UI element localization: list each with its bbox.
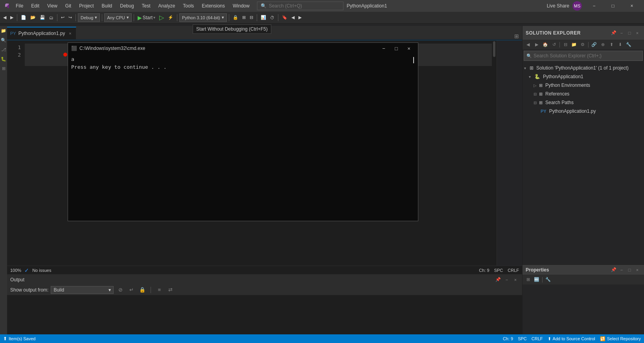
save-btn[interactable]: 💾	[38, 13, 47, 22]
search-activity-icon[interactable]: 🔍	[0, 37, 7, 43]
se-move-up-btn[interactable]: ⬆	[607, 41, 615, 49]
debug-config-dropdown[interactable]: Debug ▾	[78, 13, 100, 22]
debug-activity-icon[interactable]: 🐛	[0, 56, 7, 62]
extension-manager-btn[interactable]: 🔒	[231, 13, 240, 22]
menu-tools[interactable]: Tools	[180, 3, 196, 9]
status-line-ending[interactable]: CRLF	[532, 336, 543, 341]
save-all-btn[interactable]: 🗂	[48, 13, 55, 22]
output-close-btn[interactable]: ×	[512, 276, 519, 283]
add-to-source-control-btn[interactable]: ⬆ Add to Source Control	[548, 336, 595, 341]
prop-close-btn[interactable]: ×	[634, 266, 641, 273]
window-layout-btn[interactable]: ⊞	[241, 13, 247, 22]
menu-file[interactable]: File	[13, 3, 26, 9]
se-close-btn[interactable]: ×	[634, 29, 641, 37]
back-btn[interactable]: ◀	[2, 13, 8, 22]
profiler-btn[interactable]: ⏱	[269, 13, 276, 22]
se-maximize-btn[interactable]: □	[626, 29, 633, 37]
cmd-maximize-btn[interactable]: □	[390, 44, 402, 53]
redo-btn[interactable]: ↪	[67, 13, 74, 22]
se-back-btn[interactable]: ◀	[524, 41, 532, 49]
python-version-dropdown[interactable]: Python 3.10 (64-bit) ▾	[179, 13, 227, 22]
output-lock-btn[interactable]: 🔒	[138, 286, 147, 294]
no-issues-label[interactable]: No issues	[32, 268, 51, 273]
tab-python-file[interactable]: PY PythonApplication1.py ×	[7, 27, 76, 39]
global-search-input[interactable]	[269, 3, 340, 9]
se-collapse-btn[interactable]: ⊟	[561, 41, 569, 49]
maximize-button[interactable]: □	[604, 0, 622, 12]
explorer-icon[interactable]: 📁	[0, 28, 7, 34]
menu-analyze[interactable]: Analyze	[156, 3, 178, 9]
output-wrap-btn[interactable]: ↵	[127, 286, 136, 294]
live-share-label[interactable]: Live Share	[547, 3, 569, 9]
tree-references[interactable]: ⊟ ⊞ References	[523, 90, 644, 98]
cmd-close-btn[interactable]: ×	[403, 44, 415, 53]
tab-close-btn[interactable]: ×	[67, 31, 73, 36]
se-home-btn[interactable]: 🏠	[541, 41, 549, 49]
se-wrench-btn[interactable]: 🔧	[625, 41, 633, 49]
prop-alphabetical-btn[interactable]: 🔤	[533, 276, 541, 284]
tree-main-file[interactable]: PY PythonApplication1.py	[523, 107, 644, 116]
se-scope-btn[interactable]: ⊕	[599, 41, 607, 49]
prop-settings-btn[interactable]: 🔧	[544, 276, 552, 284]
extensions-icon[interactable]: ⊞	[0, 65, 7, 72]
prop-minimize-btn[interactable]: −	[618, 266, 625, 273]
se-forward-btn[interactable]: ▶	[533, 41, 541, 49]
new-file-btn[interactable]: 📄	[19, 13, 28, 22]
output-source-dropdown[interactable]: Build ▾	[51, 286, 114, 294]
output-wrap2-btn[interactable]: ⇄	[166, 286, 175, 294]
user-avatar[interactable]: MS	[572, 1, 582, 11]
output-pin-btn[interactable]: 📌	[495, 276, 502, 283]
se-minimize-btn[interactable]: −	[618, 29, 625, 37]
menu-edit[interactable]: Edit	[29, 3, 42, 9]
cmd-minimize-btn[interactable]: −	[378, 44, 390, 53]
status-encoding[interactable]: SPC	[518, 336, 527, 341]
minimize-button[interactable]: −	[585, 0, 603, 12]
tree-project[interactable]: ▾ 🐍 PythonApplication1	[523, 72, 644, 81]
menu-build[interactable]: Build	[99, 3, 115, 9]
close-button[interactable]: ×	[623, 0, 641, 12]
nav-prev-btn[interactable]: ◀	[290, 13, 296, 22]
menu-view[interactable]: View	[45, 3, 60, 9]
tree-python-environments[interactable]: ▷ ⊞ Python Environments	[523, 81, 644, 90]
line-ending-label[interactable]: CRLF	[508, 268, 519, 273]
se-showfiles-btn[interactable]: 📁	[570, 41, 578, 49]
prop-pin-btn[interactable]: 📌	[610, 266, 617, 273]
platform-dropdown[interactable]: Any CPU ▾	[104, 13, 131, 22]
performance-btn[interactable]: 📊	[259, 13, 268, 22]
output-indent-btn[interactable]: ≡	[155, 286, 164, 294]
se-pin-btn[interactable]: 📌	[610, 29, 617, 37]
menu-extensions[interactable]: Extensions	[199, 3, 227, 9]
split-view-btn[interactable]: ⊟	[248, 13, 255, 22]
start-without-debug-btn[interactable]: ▷	[158, 13, 166, 22]
source-control-icon[interactable]: ⎇	[0, 46, 7, 53]
select-repository-btn[interactable]: 🔁 Select Repository	[600, 336, 641, 341]
output-minimize-btn[interactable]: −	[503, 276, 510, 283]
zoom-level[interactable]: 100%	[10, 268, 21, 273]
menu-window[interactable]: Window	[230, 3, 252, 9]
attach-btn[interactable]: ⚡	[166, 13, 175, 22]
start-button[interactable]: ▶ Start ▾	[136, 13, 157, 22]
editor-vscroll[interactable]	[492, 40, 497, 266]
tree-search-paths[interactable]: ⊟ ⊞ Search Paths	[523, 98, 644, 107]
prop-maximize-btn[interactable]: □	[626, 266, 633, 273]
split-editor-btn[interactable]: ⊞	[514, 33, 519, 39]
cmd-content[interactable]: a Press any key to continue . . .	[68, 54, 418, 221]
se-search-input[interactable]	[534, 53, 640, 59]
forward-btn[interactable]: ▶	[9, 13, 15, 22]
se-settings-btn[interactable]: ⚙	[579, 41, 587, 49]
se-move-down-btn[interactable]: ⬇	[616, 41, 624, 49]
undo-btn[interactable]: ↩	[59, 13, 66, 22]
menu-git[interactable]: Git	[63, 3, 74, 9]
bookmark-btn[interactable]: 🔖	[280, 13, 289, 22]
se-refresh-btn[interactable]: ↺	[550, 41, 558, 49]
menu-project[interactable]: Project	[77, 3, 96, 9]
open-file-btn[interactable]: 📂	[29, 13, 37, 22]
output-clear-btn[interactable]: ⊘	[116, 286, 125, 294]
nav-next-btn[interactable]: ▶	[297, 13, 303, 22]
menu-test[interactable]: Test	[140, 3, 153, 9]
se-filter-btn[interactable]: 🔗	[590, 41, 598, 49]
menu-debug[interactable]: Debug	[118, 3, 136, 9]
tree-solution[interactable]: ▾ ⊞ Solution 'PythonApplication1' (1 of …	[523, 64, 644, 72]
prop-categories-btn[interactable]: ⊞	[524, 276, 532, 284]
encoding-label[interactable]: SPC	[494, 268, 503, 273]
